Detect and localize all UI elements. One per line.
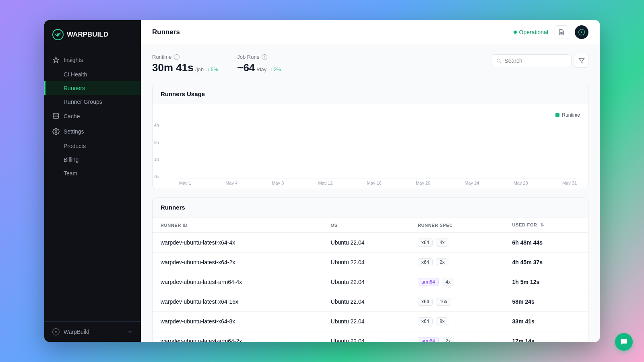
cell-os: Ubuntu 22.04 <box>323 272 410 292</box>
job-runs-label-text: Job Runs <box>237 54 259 60</box>
ci-health-label: CI Health <box>64 71 87 78</box>
cell-runner-id: warpdev-ubuntu-latest-arm64-2x <box>153 331 323 342</box>
warpbuild-logo-icon <box>52 29 64 40</box>
table-row[interactable]: warpdev-ubuntu-latest-x64-16x Ubuntu 22.… <box>153 292 588 312</box>
x-label-may12: May 12 <box>318 181 333 185</box>
settings-label: Settings <box>64 128 84 135</box>
y-label-1h: 1h <box>152 157 159 162</box>
cell-os: Ubuntu 22.04 <box>323 233 410 253</box>
runtime-info-icon[interactable]: i <box>174 54 180 60</box>
job-runs-unit: /day <box>257 66 267 72</box>
runners-label: Runners <box>64 85 85 91</box>
sidebar-item-billing[interactable]: Billing <box>44 153 141 167</box>
count-badge: 4x <box>442 278 454 286</box>
job-runs-change: ↑ 2% <box>270 67 281 72</box>
chart-legend: Runtime <box>161 112 580 118</box>
runners-usage-card: Runners Usage Runtime 4h 2h 1h 0s <box>152 84 588 189</box>
chat-button[interactable] <box>615 333 633 351</box>
footer-label: WarpBuild <box>64 329 89 335</box>
table-row[interactable]: warpdev-ubuntu-latest-x64-2x Ubuntu 22.0… <box>153 253 588 272</box>
search-box[interactable] <box>491 54 572 67</box>
products-label: Products <box>64 143 86 149</box>
sidebar-item-ci-health[interactable]: CI Health <box>44 68 141 81</box>
runtime-value: 30m 41s /job ↓ 5% <box>152 62 218 74</box>
sidebar-item-team[interactable]: Team <box>44 167 141 180</box>
billing-label: Billing <box>64 156 78 163</box>
runtime-label-text: Runtime <box>152 54 171 60</box>
bar-chart <box>176 123 580 179</box>
sparkles-icon <box>52 56 60 64</box>
runners-table: RUNNER ID OS RUNNER SPEC USED FOR ⇅ warp <box>153 218 588 342</box>
cell-runner-spec: arm64 4x <box>410 272 504 292</box>
status-badge: Operational <box>514 29 548 35</box>
sidebar-logo: WARPBUILD <box>44 20 141 49</box>
table-row[interactable]: warpdev-ubuntu-latest-x64-4x Ubuntu 22.0… <box>153 233 588 253</box>
x-label-may20: May 20 <box>416 181 430 185</box>
count-badge: 2x <box>436 258 448 266</box>
table-row[interactable]: warpdev-ubuntu-latest-arm64-2x Ubuntu 22… <box>153 331 588 342</box>
sidebar-item-runners[interactable]: Runners <box>44 81 141 95</box>
svg-point-1 <box>57 33 59 36</box>
count-badge: 8x <box>436 317 448 325</box>
cell-runner-spec: arm64 2x <box>410 331 504 342</box>
status-dot <box>514 31 517 34</box>
svg-point-2 <box>53 113 59 115</box>
sort-icon[interactable]: ⇅ <box>540 222 544 227</box>
metrics-row: Runtime i 30m 41s /job ↓ 5% Job Runs i <box>152 54 588 74</box>
chart-area: Runtime 4h 2h 1h 0s May 1 May 4 <box>153 104 588 189</box>
cell-runner-spec: x64 16x <box>410 292 504 312</box>
document-icon <box>558 29 565 35</box>
y-label-4h: 4h <box>152 123 159 128</box>
arch-badge: x64 <box>418 239 433 247</box>
count-badge: 4x <box>436 239 448 247</box>
search-input[interactable] <box>504 58 566 64</box>
sidebar-item-cache[interactable]: Cache <box>44 109 141 124</box>
chart-wrapper: 4h 2h 1h 0s <box>161 123 580 179</box>
table-row[interactable]: warpdev-ubuntu-latest-arm64-4x Ubuntu 22… <box>153 272 588 292</box>
cell-runner-spec: x64 4x <box>410 233 504 253</box>
y-label-0s: 0s <box>152 174 159 179</box>
content-area: Runtime i 30m 41s /job ↓ 5% Job Runs i <box>141 44 600 342</box>
x-label-may4: May 4 <box>225 181 237 185</box>
insights-label: Insights <box>64 57 83 63</box>
count-badge: 2x <box>442 337 454 342</box>
col-os: OS <box>323 218 410 233</box>
svg-marker-12 <box>579 58 584 63</box>
chart-title: Runners Usage <box>161 90 205 97</box>
cell-runner-id: warpdev-ubuntu-latest-x64-4x <box>153 233 323 253</box>
job-runs-value: ~64 /day ↑ 2% <box>237 62 281 74</box>
runtime-label: Runtime i <box>152 54 218 60</box>
cell-os: Ubuntu 22.04 <box>323 253 410 272</box>
sidebar-item-products[interactable]: Products <box>44 139 141 153</box>
cell-os: Ubuntu 22.04 <box>323 292 410 312</box>
svg-point-8 <box>581 31 582 33</box>
svg-point-3 <box>55 131 57 133</box>
search-icon <box>496 58 501 64</box>
job-runs-label: Job Runs i <box>237 54 281 60</box>
runtime-metric: Runtime i 30m 41s /job ↓ 5% <box>152 54 218 74</box>
cell-used-for: 4h 45m 37s <box>504 253 588 272</box>
app-window: WARPBUILD Insights CI Health Runners Run… <box>44 20 600 342</box>
arch-badge: x64 <box>418 317 433 325</box>
sidebar-item-insights[interactable]: Insights <box>44 52 141 68</box>
svg-line-11 <box>500 62 501 62</box>
sidebar-item-runner-groups[interactable]: Runner Groups <box>44 95 141 109</box>
document-icon-btn[interactable] <box>555 25 568 39</box>
table-wrapper: RUNNER ID OS RUNNER SPEC USED FOR ⇅ warp <box>153 218 588 342</box>
table-card-header: Runners <box>153 197 588 218</box>
arch-badge: arm64 <box>418 278 439 286</box>
sidebar-footer[interactable]: WarpBuild <box>44 321 141 342</box>
user-avatar[interactable] <box>575 25 588 39</box>
cell-runner-id: warpdev-ubuntu-latest-x64-16x <box>153 292 323 312</box>
legend-label: Runtime <box>562 112 580 118</box>
cell-runner-spec: x64 2x <box>410 253 504 272</box>
x-label-may24: May 24 <box>464 181 479 185</box>
arch-badge: arm64 <box>418 337 439 342</box>
runners-table-card: Runners RUNNER ID OS RUNNER SPEC USED FO… <box>152 197 588 342</box>
job-runs-info-icon[interactable]: i <box>262 54 267 60</box>
sidebar-item-settings[interactable]: Settings <box>44 124 141 139</box>
filter-button[interactable] <box>575 54 588 68</box>
table-row[interactable]: warpdev-ubuntu-latest-x64-8x Ubuntu 22.0… <box>153 312 588 331</box>
search-filter-area <box>491 54 588 68</box>
runtime-unit: /job <box>195 66 204 72</box>
